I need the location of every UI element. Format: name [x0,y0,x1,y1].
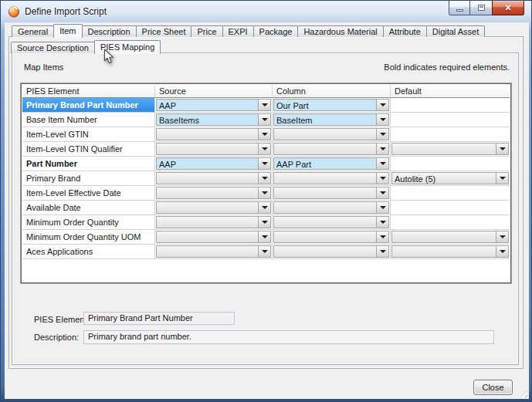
source-dropdown[interactable] [156,201,271,214]
tab-hazardous-material[interactable]: Hazardous Material [297,25,383,37]
source-dropdown-button[interactable] [258,158,270,169]
column-value: Our Part [274,100,376,110]
pies-element-cell[interactable]: Available Date [22,201,155,215]
column-dropdown-button[interactable] [376,246,388,257]
default-dropdown-button[interactable] [496,144,508,154]
column-dropdown-button[interactable] [376,158,388,169]
column-dropdown-button[interactable] [376,129,388,140]
tab-package[interactable]: Package [253,25,299,37]
pies-element-cell[interactable]: Base Item Number [22,113,155,127]
window-title: Define Import Script [25,6,107,17]
pies-element-cell[interactable]: Minimum Order Quantity [22,215,155,229]
default-dropdown-button[interactable] [496,231,508,242]
chevron-down-icon [500,177,506,180]
column-dropdown-button[interactable] [376,202,388,213]
source-dropdown-button[interactable] [258,231,270,242]
source-value: AAP [157,100,258,110]
source-dropdown[interactable] [156,216,271,228]
source-dropdown[interactable] [156,231,271,243]
resize-grip[interactable] [520,390,527,397]
column-value [274,129,376,140]
source-dropdown-button[interactable] [258,173,270,184]
column-dropdown[interactable] [273,231,389,243]
minimize-icon [456,9,463,12]
pies-element-cell[interactable]: Primary Brand Part Number [22,98,155,112]
tab-digital-asset[interactable]: Digital Asset [426,25,486,37]
tab-expi[interactable]: EXPI [222,25,254,37]
column-dropdown-button[interactable] [376,100,388,110]
column-dropdown[interactable] [273,143,389,155]
source-dropdown[interactable] [156,187,271,199]
source-dropdown-button[interactable] [258,100,270,110]
column-dropdown[interactable]: BaseItem [273,113,389,126]
map-items-label: Map Items [24,62,63,72]
source-dropdown[interactable] [156,172,271,184]
close-button[interactable]: Close [473,380,513,395]
chevron-down-icon [500,147,506,150]
column-dropdown[interactable] [273,216,389,228]
source-value [157,144,258,154]
pies-element-cell[interactable]: Aces Applications [22,245,155,258]
close-window-button[interactable]: ✕ [492,1,524,15]
tab-price-sheet[interactable]: Price Sheet [136,25,192,37]
table-row: Available Date [22,201,510,215]
default-dropdown-button[interactable] [496,173,508,184]
pies-element-field: Primary Brand Part Number [83,312,235,325]
column-dropdown[interactable] [273,201,389,214]
default-dropdown[interactable] [391,231,509,243]
pies-element-cell[interactable]: Part Number [22,157,155,171]
column-dropdown-button[interactable] [376,187,388,198]
default-dropdown[interactable]: Autolite (5) [391,172,509,184]
column-dropdown-button[interactable] [376,144,388,154]
tab-price[interactable]: Price [191,25,222,37]
minimize-button[interactable] [449,1,470,15]
pies-element-cell[interactable]: Minimum Order Quantity UOM [22,230,155,244]
column-dropdown-button[interactable] [376,217,388,228]
pies-element-cell[interactable]: Item-Level GTIN Qualifier [22,142,155,156]
tab-general[interactable]: General [12,25,54,37]
column-dropdown-button[interactable] [376,114,388,125]
default-dropdown[interactable] [391,143,509,155]
column-header-pies-element: PIES Element [22,85,155,97]
chevron-down-icon [380,206,386,209]
column-dropdown[interactable] [273,172,389,184]
source-dropdown-button[interactable] [258,114,270,125]
window-controls: ✕ [449,1,524,15]
column-header-column: Column [273,85,391,97]
source-dropdown[interactable] [156,128,271,140]
tab-item[interactable]: Item [53,24,82,38]
maximize-button[interactable] [470,1,492,15]
pies-element-cell[interactable]: Item-Level GTIN [22,127,155,141]
source-dropdown-button[interactable] [258,202,270,213]
column-dropdown-button[interactable] [376,173,388,184]
source-dropdown-button[interactable] [258,246,270,257]
chevron-down-icon [262,118,268,121]
column-cell [273,127,391,141]
column-dropdown-button[interactable] [376,231,388,242]
source-dropdown-button[interactable] [258,144,270,154]
source-dropdown[interactable]: BaseItems [156,113,271,126]
tab-description[interactable]: Description [82,25,137,37]
tab-attribute[interactable]: Attribute [383,25,427,37]
column-dropdown[interactable] [273,245,389,258]
source-dropdown[interactable]: AAP [156,157,271,170]
default-cell [391,215,510,229]
source-dropdown-button[interactable] [258,217,270,228]
pies-element-cell[interactable]: Item-Level Effective Date [22,186,155,200]
source-dropdown[interactable] [156,245,271,258]
column-value: AAP Part [274,158,376,169]
pies-element-cell[interactable]: Primary Brand [22,171,155,185]
default-dropdown[interactable] [391,245,509,258]
column-dropdown[interactable] [273,187,389,199]
source-dropdown[interactable] [156,143,271,155]
subtab-source-description[interactable]: Source Description [11,42,95,53]
source-dropdown-button[interactable] [258,187,270,198]
table-row: Primary Brand Part NumberAAPOur Part [22,98,510,113]
default-cell [391,245,510,258]
column-dropdown[interactable]: Our Part [273,99,389,111]
default-dropdown-button[interactable] [496,246,508,257]
column-dropdown[interactable] [273,128,389,140]
column-dropdown[interactable]: AAP Part [273,157,389,170]
source-dropdown-button[interactable] [258,129,270,140]
source-dropdown[interactable]: AAP [156,99,271,111]
